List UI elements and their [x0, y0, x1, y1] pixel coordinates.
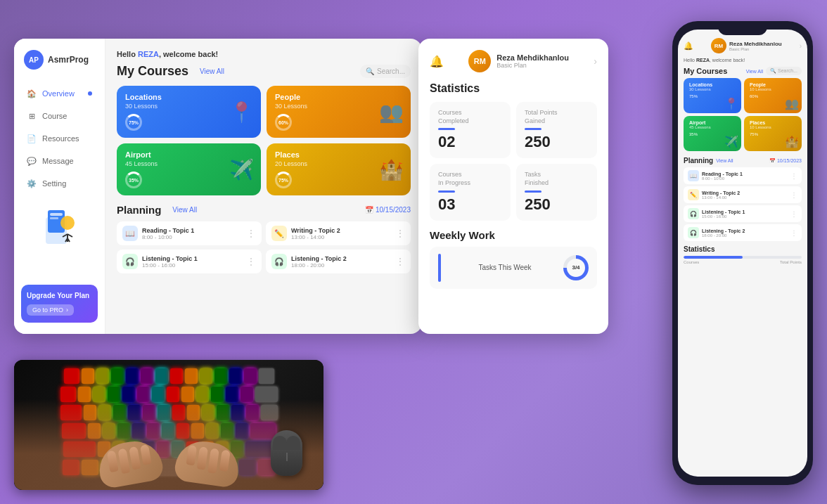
kb-key-f4 [126, 368, 139, 384]
sidebar-label-setting: Setting [42, 179, 66, 188]
reading-dots[interactable]: ⋮ [246, 228, 256, 239]
user-info: Reza Mehdikhanlou Basic Plan [496, 53, 569, 69]
left-hand [95, 437, 165, 490]
kb-key-esc [64, 368, 79, 384]
phone-course-title-airport: Airport [689, 120, 736, 125]
planning-item-reading[interactable]: 📖 Reading - Topic 1 8:00 - 10:00 ⋮ [117, 221, 262, 245]
phone-search[interactable]: 🔍 Search... [766, 67, 802, 75]
listening1-time: 15:00 - 16:00 [142, 262, 242, 269]
kb-key-f11 [229, 368, 242, 384]
phone-mockup: 🔔 RM Reza Mehdikhanlou Basic Plan › Hell… [672, 21, 813, 485]
stat-tasks-finished: TasksFinished 250 [516, 164, 597, 220]
planning-item-listening1[interactable]: 🎧 Listening - Topic 1 15:00 - 16:00 ⋮ [117, 250, 262, 273]
kb-key-f10 [214, 368, 227, 384]
phone-notif-icon[interactable]: 🔔 [684, 41, 693, 51]
phone-places-icon: 🏰 [785, 135, 799, 148]
go-pro-button[interactable]: Go to PRO › [27, 304, 74, 316]
course-card-people[interactable]: People 30 Lessons 60% 👥 [267, 86, 411, 138]
chevron-right-icon[interactable]: › [594, 56, 597, 67]
sidebar-illustration [21, 203, 98, 245]
user-avatar: RM [468, 50, 491, 72]
planning-item-listening2[interactable]: 🎧 Listening - Topic 2 18:00 - 20:00 ⋮ [266, 250, 411, 273]
reading-info: Reading - Topic 1 8:00 - 10:00 [142, 227, 242, 240]
phone-listening2-time: 18:00 - 20:00 [702, 233, 745, 238]
phone-stats-bar [684, 256, 802, 259]
phone-view-all[interactable]: View All [746, 69, 763, 74]
phone-reading-time: 8:00 - 10:00 [702, 176, 743, 181]
main-content: Hello REZA, welcome back! My Courses Vie… [105, 39, 422, 334]
writing-info: Writing - Topic 2 13:00 - 14:00 [291, 227, 391, 240]
kb-key-f7 [170, 368, 183, 384]
phone-plan-listening1[interactable]: 🎧 Listening - Topic 1 15:00 - 16:00 ⋮ [684, 205, 802, 222]
planning-item-writing[interactable]: ✏️ Writing - Topic 2 13:00 - 14:00 ⋮ [266, 221, 411, 245]
planning-header: Planning View All 📅 10/15/2023 [117, 204, 411, 216]
progress-people: 60% [275, 114, 292, 131]
phone-course-airport[interactable]: Airport 45 Lessons 35% ✈️ [684, 116, 741, 151]
stat-total-points: Total PointsGained 250 [516, 102, 597, 158]
active-dot [88, 91, 92, 96]
course-card-locations[interactable]: Locations 30 Lessons 75% 📍 [117, 86, 261, 138]
phone-courses-title: My Courses [684, 67, 727, 75]
my-courses-view-all[interactable]: View All [200, 67, 224, 75]
sidebar-item-message[interactable]: 💬 Message [21, 151, 98, 171]
sidebar: AP AsmrProg 🏠 Overview ⊞ Course 📄 Resour… [14, 39, 105, 334]
phone-locations-icon: 📍 [724, 97, 738, 110]
mouse [271, 430, 302, 476]
listening2-info: Listening - Topic 2 18:00 - 20:00 [291, 255, 391, 269]
phone-planning-view-all[interactable]: View All [716, 158, 733, 163]
writing-dots[interactable]: ⋮ [395, 228, 405, 239]
phone-stats-title: Statistics [684, 245, 802, 253]
reading-icon-box: 📖 [122, 226, 138, 241]
listening2-dots[interactable]: ⋮ [395, 256, 405, 267]
app-name: AsmrProg [48, 55, 89, 65]
phone-course-places[interactable]: Places 10 Lessons 75% 🏰 [744, 116, 802, 151]
phone-top-bar: 🔔 RM Reza Mehdikhanlou Basic Plan › [684, 38, 802, 53]
statistics-title: Statistics [430, 82, 597, 95]
sidebar-item-setting[interactable]: ⚙️ Setting [21, 174, 98, 193]
phone-plan-listening2[interactable]: 🎧 Listening - Topic 2 18:00 - 20:00 ⋮ [684, 224, 802, 241]
sidebar-item-resources[interactable]: 📄 Resources [21, 129, 98, 148]
user-plan: Basic Plan [496, 62, 569, 69]
phone-listening2-icon: 🎧 [688, 227, 699, 238]
reading-time: 8:00 - 10:00 [142, 234, 242, 240]
notification-bell[interactable]: 🔔 [430, 55, 444, 68]
phone-course-locations[interactable]: Locations 30 Lessons 75% 📍 [684, 78, 741, 113]
tasks-bar [438, 254, 441, 282]
sidebar-label-message: Message [42, 157, 74, 165]
phone-courses-header: My Courses View All 🔍 Search... [684, 67, 802, 75]
finger-r3 [207, 448, 219, 473]
phone-listening2-dots[interactable]: ⋮ [790, 229, 797, 237]
locations-icon: 📍 [229, 101, 254, 124]
sidebar-item-overview[interactable]: 🏠 Overview [21, 84, 98, 103]
setting-icon: ⚙️ [27, 179, 37, 188]
planning-title: Planning [117, 204, 161, 216]
sidebar-label-resources: Resources [42, 134, 79, 143]
phone-plan-writing[interactable]: ✏️ Writing - Topic 2 13:00 - 14:00 ⋮ [684, 186, 802, 203]
listening1-dots[interactable]: ⋮ [246, 256, 256, 267]
stats-grid: CoursesCompleted 02 Total PointsGained 2… [430, 102, 597, 221]
phone-writing-dots[interactable]: ⋮ [790, 191, 797, 199]
phone-reading-info: Reading - Topic 1 8:00 - 10:00 [702, 172, 743, 181]
phone-listening1-dots[interactable]: ⋮ [790, 210, 797, 218]
phone-chevron-icon[interactable]: › [800, 42, 802, 50]
upgrade-title: Upgrade Your Plan [27, 292, 92, 299]
phone-stats-fill [684, 256, 743, 259]
course-card-places[interactable]: Places 20 Lessons 75% 🏰 [267, 143, 411, 195]
desktop-card: AP AsmrProg 🏠 Overview ⊞ Course 📄 Resour… [14, 39, 422, 334]
kb-key-del [259, 368, 274, 384]
course-card-airport[interactable]: Airport 45 Lessons 35% ✈️ [117, 143, 261, 195]
resources-icon: 📄 [27, 134, 37, 143]
search-box[interactable]: 🔍 Search... [360, 65, 411, 78]
phone-reading-dots[interactable]: ⋮ [790, 172, 797, 180]
planning-view-all[interactable]: View All [172, 206, 197, 214]
svg-line-7 [68, 234, 72, 237]
phone-course-people[interactable]: People 10 Lessons 60% 👥 [744, 78, 802, 113]
reading-title: Reading - Topic 1 [142, 227, 242, 234]
sidebar-item-course[interactable]: ⊞ Course [21, 106, 98, 126]
writing-time: 13:00 - 14:00 [291, 234, 391, 240]
phone-plan-reading[interactable]: 📖 Reading - Topic 1 8:00 - 10:00 ⋮ [684, 167, 802, 184]
phone-stats-courses: Courses [684, 260, 699, 264]
go-pro-arrow: › [66, 306, 68, 314]
phone-course-title-people: People [750, 82, 796, 87]
stat-value-progress: 03 [438, 195, 502, 214]
